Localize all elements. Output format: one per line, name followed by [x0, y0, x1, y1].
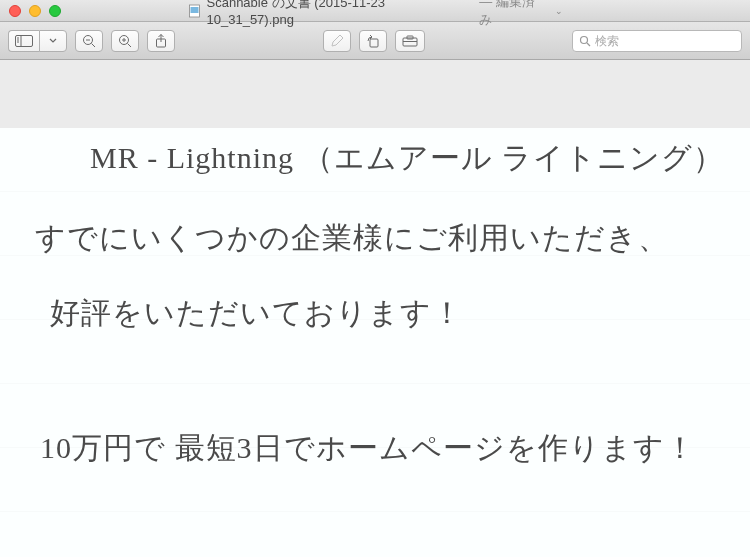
sidebar-dropdown-button[interactable] [39, 30, 67, 52]
svg-line-11 [128, 43, 132, 47]
markup-button[interactable] [323, 30, 351, 52]
sidebar-view-group [8, 30, 67, 52]
handwriting-line-3: 好評をいただいております！ [50, 293, 463, 334]
chevron-down-icon[interactable]: ⌄ [555, 6, 563, 16]
search-input[interactable] [595, 34, 745, 48]
traffic-lights [0, 5, 61, 17]
svg-rect-16 [370, 39, 378, 47]
zoom-out-button[interactable] [75, 30, 103, 52]
window-titlebar: Scannable の文書 (2015-11-23 10_31_57).png … [0, 0, 750, 22]
svg-line-21 [587, 43, 590, 46]
share-button[interactable] [147, 30, 175, 52]
document-icon [188, 4, 202, 18]
svg-point-20 [581, 36, 588, 43]
rotate-button[interactable] [359, 30, 387, 52]
handwriting-line-4: 10万円で 最短3日でホームページを作ります！ [40, 428, 696, 469]
close-button[interactable] [9, 5, 21, 17]
handwriting-line-2: すでにいくつかの企業様にご利用いただき、 [35, 218, 669, 259]
svg-line-8 [92, 43, 96, 47]
zoom-in-button[interactable] [111, 30, 139, 52]
minimize-button[interactable] [29, 5, 41, 17]
edit-toolbox-button[interactable] [395, 30, 425, 52]
svg-rect-1 [191, 7, 199, 13]
window-status: — 編集済み [479, 0, 547, 29]
search-icon [579, 35, 591, 47]
handwriting-line-1: MR - Lightning （エムアール ライトニング） [90, 138, 724, 179]
sidebar-button[interactable] [8, 30, 39, 52]
document-image[interactable]: MR - Lightning （エムアール ライトニング） すでにいくつかの企業… [0, 60, 750, 557]
scanned-paper: MR - Lightning （エムアール ライトニング） すでにいくつかの企業… [0, 128, 750, 557]
search-field[interactable] [572, 30, 742, 52]
content-area: MR - Lightning （エムアール ライトニング） すでにいくつかの企業… [0, 60, 750, 557]
maximize-button[interactable] [49, 5, 61, 17]
window-filename: Scannable の文書 (2015-11-23 10_31_57).png [207, 0, 475, 27]
window-title[interactable]: Scannable の文書 (2015-11-23 10_31_57).png … [188, 0, 563, 29]
svg-rect-2 [16, 35, 33, 46]
